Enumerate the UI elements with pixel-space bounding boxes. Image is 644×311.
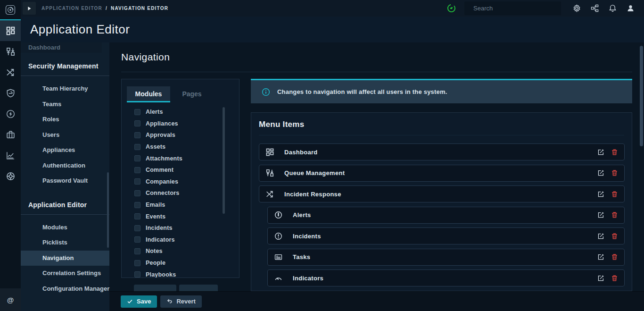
top-bar: APPLICATION EDITOR/NAVIGATION EDITOR <box>21 0 644 17</box>
revert-button[interactable]: Revert <box>160 295 201 308</box>
module-label: Companies <box>146 178 178 185</box>
sidebar-item[interactable]: Team Hierarchy <box>21 81 109 97</box>
sidebar-item[interactable]: Roles <box>21 112 109 127</box>
checkbox[interactable] <box>134 155 140 161</box>
sitemap-icon[interactable] <box>586 4 603 12</box>
user-icon[interactable] <box>621 4 639 12</box>
sidebar-item[interactable]: Authentication <box>21 158 109 174</box>
sidebar-item[interactable]: Picklists <box>21 235 109 251</box>
checkbox[interactable] <box>134 109 140 115</box>
sidebar-scrollbar[interactable] <box>107 172 109 248</box>
sidebar-item[interactable]: Users <box>21 127 109 143</box>
checkbox[interactable] <box>134 260 140 266</box>
section-heading: Navigation <box>121 51 170 63</box>
bolt-icon <box>6 109 15 118</box>
edit-icon[interactable] <box>597 233 604 240</box>
checkbox[interactable] <box>134 213 140 219</box>
module-list-item[interactable]: Indicators <box>134 234 239 246</box>
module-label: Assets <box>146 143 165 150</box>
gear-icon[interactable] <box>568 4 586 12</box>
menu-item-row[interactable]: Queue Management <box>259 165 625 182</box>
sidebar-item-dashboard[interactable]: Dashboard <box>21 42 102 53</box>
menu-item-row[interactable]: Incidents <box>267 227 625 244</box>
breadcrumb-current: NAVIGATION EDITOR <box>111 6 168 11</box>
tab[interactable]: Modules <box>127 86 170 102</box>
sidebar-toggle-button[interactable] <box>23 2 36 15</box>
rail-item-support[interactable]: @ <box>0 288 21 311</box>
module-label: Attachments <box>146 155 182 162</box>
checkbox[interactable] <box>134 236 140 243</box>
module-list-item[interactable]: Notes <box>134 245 239 257</box>
save-button[interactable]: Save <box>121 295 157 308</box>
checkbox[interactable] <box>134 167 140 173</box>
module-list-item[interactable]: People <box>134 257 239 269</box>
breadcrumb-parent[interactable]: APPLICATION EDITOR <box>41 6 102 11</box>
edit-icon[interactable] <box>597 191 604 198</box>
checkbox[interactable] <box>134 225 140 231</box>
menu-item-row[interactable]: Alerts <box>267 207 625 224</box>
checkbox[interactable] <box>134 178 140 185</box>
module-label: Events <box>146 213 165 220</box>
edit-icon[interactable] <box>597 149 604 156</box>
tab[interactable]: Pages <box>170 86 214 102</box>
rail-item[interactable] <box>0 62 21 83</box>
trash-icon[interactable] <box>611 253 618 261</box>
rail-item[interactable] <box>0 103 21 124</box>
page-scrollbar[interactable] <box>640 46 643 146</box>
trash-icon[interactable] <box>611 169 618 177</box>
trash-icon[interactable] <box>611 191 618 198</box>
trash-icon[interactable] <box>611 275 618 282</box>
task-icon <box>274 253 282 261</box>
menu-item-row[interactable]: Incident Response <box>259 185 625 202</box>
rail-item[interactable] <box>0 83 21 103</box>
rail-item[interactable] <box>0 166 21 186</box>
sidebar-item[interactable]: Configuration Manager <box>21 281 109 297</box>
bell-icon[interactable] <box>603 4 621 12</box>
module-label: Notes <box>146 248 163 254</box>
checkbox[interactable] <box>134 190 140 196</box>
trash-icon[interactable] <box>611 149 618 156</box>
sidebar-item[interactable]: Correlation Settings <box>21 266 109 281</box>
menu-item-row[interactable]: Tasks <box>267 249 625 266</box>
checkbox[interactable] <box>134 144 140 150</box>
info-banner-text: Changes to navigation will affect all us… <box>277 88 447 95</box>
edit-icon[interactable] <box>597 169 604 177</box>
checkbox[interactable] <box>134 202 140 208</box>
checkbox[interactable] <box>134 248 140 254</box>
module-list-scrollbar[interactable] <box>223 107 225 214</box>
page-title-band: Application Editor <box>21 17 644 42</box>
tab-label: Modules <box>135 90 162 98</box>
menu-item-row[interactable]: Indicators <box>267 269 625 286</box>
rail-item[interactable] <box>0 124 21 145</box>
sidebar-item[interactable]: Appliances <box>21 143 109 158</box>
topbar-right <box>447 1 644 15</box>
incident-icon <box>274 232 282 240</box>
sidebar-item[interactable]: Password Vault <box>21 173 109 189</box>
sidebar-item[interactable]: Navigation <box>21 251 109 266</box>
edit-icon[interactable] <box>597 211 604 219</box>
rail-item[interactable] <box>0 145 21 166</box>
left-icon-rail: @ <box>0 0 21 311</box>
check-icon <box>127 298 133 304</box>
checkbox[interactable] <box>134 271 140 277</box>
app-logo-icon[interactable] <box>0 0 21 20</box>
module-list-item[interactable]: Playbooks <box>134 269 239 277</box>
menu-item-label: Incident Response <box>284 191 341 198</box>
rail-item[interactable] <box>0 41 21 62</box>
system-health-icon[interactable] <box>447 4 456 13</box>
trash-icon[interactable] <box>611 211 618 219</box>
menu-item-row[interactable]: Dashboard <box>259 143 625 160</box>
sidebar-item[interactable]: Modules <box>21 220 109 235</box>
rail-item[interactable] <box>0 20 21 41</box>
row-actions <box>597 169 618 177</box>
sidebar-item[interactable]: Teams <box>21 97 109 112</box>
search-input[interactable] <box>473 5 556 12</box>
edit-icon[interactable] <box>597 275 604 282</box>
module-list-item[interactable]: Incidents <box>134 222 239 234</box>
module-label: Indicators <box>146 236 175 243</box>
checkbox[interactable] <box>134 120 140 126</box>
trash-icon[interactable] <box>611 233 618 240</box>
edit-icon[interactable] <box>597 253 604 261</box>
chart-icon <box>6 151 15 160</box>
checkbox[interactable] <box>134 132 140 138</box>
